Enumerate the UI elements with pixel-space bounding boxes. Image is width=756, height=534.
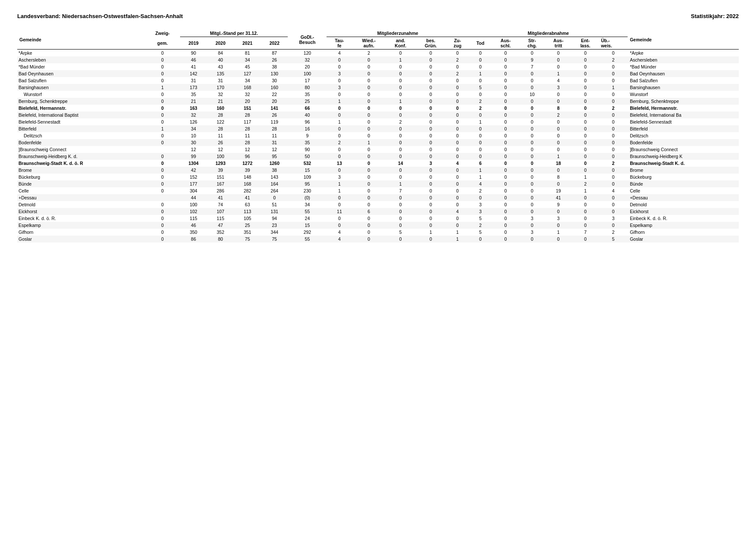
str-cell: 3 (520, 229, 545, 236)
aus-cell: 0 (492, 98, 520, 105)
str-cell: 0 (520, 194, 545, 201)
str-cell: 0 (520, 201, 545, 208)
bes-cell: 0 (415, 174, 446, 180)
aus-cell: 0 (492, 167, 520, 174)
table-row: Bielefeld, Hermannstr.016316015114166000… (17, 105, 739, 112)
y2021-cell: 117 (234, 118, 261, 125)
tau-cell: 0 (327, 201, 352, 208)
gemeinde-cell: ]Braunschweig Connect (17, 146, 145, 153)
y2020-cell: 31 (207, 77, 234, 84)
y2021-cell: 20 (234, 98, 261, 105)
austritt-cell: 0 (545, 132, 572, 139)
y2019-cell: 41 (180, 63, 207, 70)
col-mitgliederzunahme-header: Mitgliederzunahme (327, 30, 469, 37)
tau-cell: 0 (327, 167, 352, 174)
col-tau-header: Tau-fe (327, 37, 352, 50)
y2020-cell: 32 (207, 91, 234, 98)
austritt-cell: 0 (545, 125, 572, 132)
str-cell: 0 (520, 105, 545, 112)
ueb-cell: 2 (599, 160, 628, 167)
bes-cell: 3 (415, 160, 446, 167)
wied-cell: 0 (352, 167, 386, 174)
y2020-cell: 170 (207, 84, 234, 91)
y2022-cell: 11 (261, 132, 288, 139)
and-cell: 1 (386, 56, 415, 63)
bes-cell: 0 (415, 77, 446, 84)
ent-cell: 0 (572, 56, 599, 63)
str-cell: 7 (520, 63, 545, 70)
ueb-cell: 1 (599, 84, 628, 91)
right-gemeinde-cell: Gifhorn (628, 229, 739, 236)
str-cell: 0 (520, 208, 545, 215)
y2019-cell: 32 (180, 112, 207, 118)
godi-cell: 50 (288, 153, 327, 160)
col-wied-header: Wied.-aufn. (352, 37, 386, 50)
table-row: Delitzsch010111111900000000000Delitzsch (17, 132, 739, 139)
austritt-cell: 1 (545, 153, 572, 160)
table-row: Bad Salzuflen0313134301700000000400Bad S… (17, 77, 739, 84)
aus-cell: 0 (492, 56, 520, 63)
ent-cell: 0 (572, 139, 599, 146)
table-row: Bernburg, Schenktreppe021212020251010020… (17, 98, 739, 105)
bes-cell: 0 (415, 236, 446, 242)
godi-cell: 16 (288, 125, 327, 132)
y2022-cell: 1260 (261, 160, 288, 167)
bes-cell: 0 (415, 153, 446, 160)
tau-cell: 4 (327, 229, 352, 236)
y2019-cell: 100 (180, 201, 207, 208)
aus-cell: 0 (492, 201, 520, 208)
tod-cell: 5 (469, 84, 492, 91)
col-str-header: Str-chg. (520, 37, 545, 50)
col-and-header: and.Konf. (386, 37, 415, 50)
wied-cell: 0 (352, 153, 386, 160)
tau-cell: 0 (327, 222, 352, 229)
col-2021-header: 2021 (234, 37, 261, 50)
y2022-cell: 164 (261, 180, 288, 187)
y2019-cell: 126 (180, 118, 207, 125)
str-cell: 3 (520, 215, 545, 222)
bes-cell: 0 (415, 132, 446, 139)
bes-cell: 0 (415, 84, 446, 91)
gemeinde-cell: Einbeck K. d. ö. R. (17, 215, 145, 222)
col-2019-header: 2019 (180, 37, 207, 50)
zu-cell: 0 (446, 105, 469, 112)
ent-cell: 0 (572, 118, 599, 125)
zweig-cell (145, 194, 180, 201)
y2022-cell: 26 (261, 56, 288, 63)
table-row: *Arpke09084818712042000000000*Arpke (17, 50, 739, 57)
main-table: Gemeinde Zweig- Mitgl.-Stand per 31.12. … (17, 30, 739, 242)
austritt-cell: 0 (545, 50, 572, 57)
col-gemeinde-right-header: Gemeinde (628, 30, 739, 50)
right-gemeinde-cell: Bad Oeynhausen (628, 70, 739, 77)
bes-cell: 0 (415, 91, 446, 98)
right-gemeinde-cell: Braunschweig-Heidberg K (628, 153, 739, 160)
wied-cell: 0 (352, 98, 386, 105)
y2019-cell: 31 (180, 77, 207, 84)
table-row: Bodenfelde0302628313521000000000Bodenfel… (17, 139, 739, 146)
bes-cell: 0 (415, 112, 446, 118)
y2021-cell: 351 (234, 229, 261, 236)
right-gemeinde-cell: Bad Salzuflen (628, 77, 739, 84)
aus-cell: 0 (492, 77, 520, 84)
right-gemeinde-cell: Detmold (628, 201, 739, 208)
zweig-cell (145, 146, 180, 153)
gemeinde-cell: +Dessau (17, 194, 145, 201)
zweig-cell: 0 (145, 167, 180, 174)
y2019-cell: 90 (180, 50, 207, 57)
right-gemeinde-cell: Bielefeld-Sennestadt (628, 118, 739, 125)
y2021-cell: 1272 (234, 160, 261, 167)
austritt-cell: 9 (545, 201, 572, 208)
gemeinde-cell: Bielefeld-Sennestadt (17, 118, 145, 125)
right-gemeinde-cell: Brome (628, 167, 739, 174)
y2022-cell: 130 (261, 70, 288, 77)
bes-cell: 1 (415, 229, 446, 236)
and-cell: 0 (386, 139, 415, 146)
tod-cell: 0 (469, 146, 492, 153)
tau-cell: 3 (327, 70, 352, 77)
ueb-cell: 0 (599, 174, 628, 180)
ueb-cell: 2 (599, 229, 628, 236)
y2022-cell: 75 (261, 236, 288, 242)
aus-cell: 0 (492, 222, 520, 229)
godi-cell: 32 (288, 56, 327, 63)
zweig-cell: 0 (145, 91, 180, 98)
